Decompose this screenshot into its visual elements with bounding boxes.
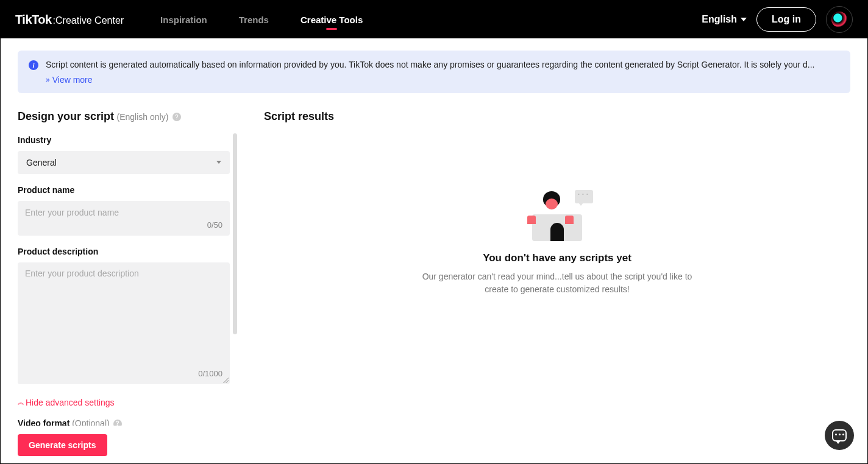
logo[interactable]: TikTok :Creative Center <box>15 13 124 27</box>
info-icon: i <box>29 60 38 70</box>
main-layout: Design your script (English only) ? Indu… <box>18 110 850 463</box>
help-icon[interactable]: ? <box>113 420 122 426</box>
optional-text: (Optional) <box>72 418 109 426</box>
form-title: Design your script <box>18 110 114 122</box>
industry-select[interactable]: General <box>18 151 230 174</box>
form-scroll-area: Industry General Product name 0/50 Produ… <box>18 135 237 426</box>
main-nav: Inspiration Trends Creative Tools <box>160 2 702 37</box>
empty-state: You don't have any scripts yet Our gener… <box>264 190 850 297</box>
product-name-field[interactable]: 0/50 <box>18 201 230 236</box>
hide-advanced-toggle[interactable]: ︽ Hide advanced settings <box>18 398 230 407</box>
product-desc-input[interactable] <box>25 269 222 367</box>
logo-main: TikTok <box>15 13 52 27</box>
banner-text: Script content is generated automaticall… <box>46 59 839 71</box>
form-heading-row: Design your script (English only) ? <box>18 110 237 123</box>
avatar-icon <box>831 12 847 27</box>
chevron-double-down-icon: » <box>46 76 50 84</box>
chevron-down-icon <box>216 161 221 164</box>
industry-label: Industry <box>18 135 230 145</box>
banner-body: Script content is generated automaticall… <box>46 59 839 85</box>
nav-creative-tools[interactable]: Creative Tools <box>301 2 363 37</box>
chat-icon <box>832 429 847 441</box>
nav-trends[interactable]: Trends <box>239 2 269 37</box>
scrollbar[interactable] <box>233 133 237 334</box>
product-desc-count: 0/1000 <box>25 369 222 378</box>
avatar[interactable] <box>826 6 853 33</box>
help-icon[interactable]: ? <box>173 113 181 121</box>
login-button[interactable]: Log in <box>756 7 816 32</box>
empty-title: You don't have any scripts yet <box>483 252 631 264</box>
view-more-label: View more <box>52 75 93 85</box>
product-name-input[interactable] <box>25 208 222 217</box>
chat-fab-button[interactable] <box>825 421 854 450</box>
empty-description: Our generator can't read your mind...tel… <box>414 270 700 297</box>
results-column: Script results You don't have any script… <box>237 110 850 463</box>
nav-inspiration[interactable]: Inspiration <box>160 2 207 37</box>
logo-sub: :Creative Center <box>53 15 124 26</box>
product-name-label: Product name <box>18 185 230 195</box>
form-column: Design your script (English only) ? Indu… <box>18 110 237 463</box>
industry-value: General <box>26 158 57 167</box>
hide-advanced-label: Hide advanced settings <box>26 398 115 407</box>
product-desc-field[interactable]: 0/1000 <box>18 262 230 384</box>
generate-area: Generate scripts <box>18 426 237 463</box>
product-name-count: 0/50 <box>25 220 222 230</box>
app-header: TikTok :Creative Center Inspiration Tren… <box>1 1 867 38</box>
form-title-note: (English only) <box>117 112 169 122</box>
chevron-double-up-icon: ︽ <box>18 398 24 407</box>
language-label: English <box>702 14 737 25</box>
language-selector[interactable]: English <box>702 14 747 25</box>
product-desc-label: Product description <box>18 247 230 256</box>
chevron-down-icon <box>741 18 747 21</box>
header-right: English Log in <box>702 6 853 33</box>
view-more-link[interactable]: » View more <box>46 75 93 85</box>
resize-handle-icon[interactable] <box>222 377 229 383</box>
video-format-text: Video format <box>18 418 69 426</box>
video-format-label: Video format (Optional) ? <box>18 418 230 426</box>
empty-illustration-icon <box>532 190 582 241</box>
disclaimer-banner: i Script content is generated automatica… <box>18 51 850 93</box>
content-area: i Script content is generated automatica… <box>1 38 867 463</box>
results-title: Script results <box>264 110 850 123</box>
generate-button[interactable]: Generate scripts <box>18 434 107 456</box>
